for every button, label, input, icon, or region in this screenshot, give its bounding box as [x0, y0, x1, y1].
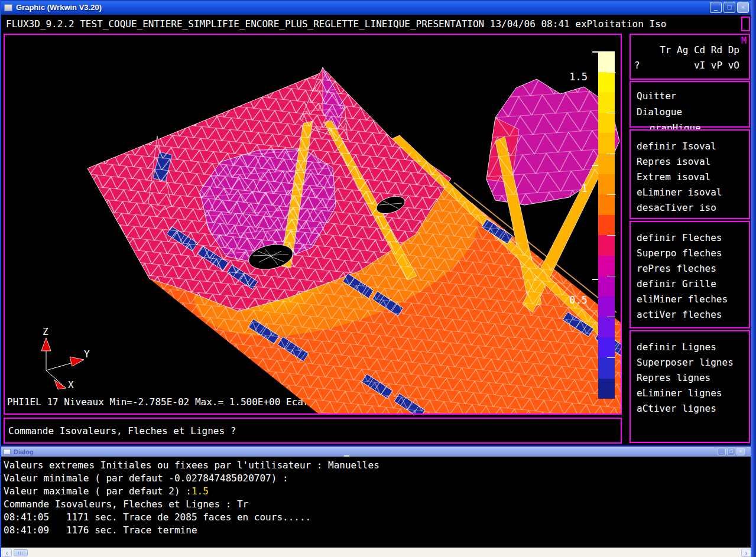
menu-isoval-box[interactable]: definir IsovalRepres isovalExtrem isoval… — [630, 129, 750, 219]
command-prompt-bar: Commande Isovaleurs, Fleches et Lignes ? — [4, 418, 622, 444]
menu-session-box[interactable]: Quitter Dialogue grapHique — [630, 81, 750, 128]
menu-fleches-box[interactable]: definir FlechesSuperpo flechesrePres fle… — [630, 221, 750, 328]
menu-item[interactable]: aCtiver lignes — [631, 401, 749, 416]
colorbar-band — [598, 133, 615, 154]
z-axis-arrow — [41, 338, 51, 351]
menu-item[interactable]: Superpo fleches — [631, 246, 749, 261]
mesh-3d-view: Z Y X — [5, 35, 621, 413]
colorbar-band — [598, 154, 615, 174]
colorbar-label-low: 0.5 — [557, 294, 588, 306]
session-header: FLUX3D_9.2.2 TEST_COQUE_ENTIERE_SIMPLIFI… — [6, 18, 666, 30]
dialog-title: Dialog — [14, 448, 34, 455]
menu-item[interactable]: eLiminer isoval — [631, 185, 749, 200]
dialog-icon — [4, 449, 11, 455]
menu-shortcuts-box[interactable]: M Tr Ag Cd Rd Dp ? vI vP vO — [630, 34, 750, 80]
colorbar-tick — [592, 279, 598, 280]
colorbar-subtick — [607, 276, 615, 276]
colorbar-subtick — [607, 113, 615, 113]
menu-item[interactable]: eliMiner fleches — [631, 292, 749, 307]
dialog-minimize-button[interactable]: _ — [718, 448, 726, 455]
colorbar-band — [598, 358, 615, 379]
console-line: Commande Isovaleurs, Fleches et Lignes :… — [4, 498, 752, 511]
dialog-titlebar[interactable]: Dialog _ □ × — [1, 447, 752, 457]
maximize-button[interactable]: □ — [723, 2, 735, 13]
menu-item[interactable]: Superposer lignes — [631, 355, 749, 370]
menu-mode-badge: M — [741, 35, 747, 46]
z-axis-label: Z — [43, 326, 48, 337]
axis-triad: Z Y X — [41, 326, 90, 390]
menu-item[interactable]: rePres fleches — [631, 261, 749, 276]
colorbar-band — [598, 276, 615, 297]
menu-shortcut-row2[interactable]: vI vP vO — [694, 58, 739, 73]
console-line: Valeur maximale ( par defaut 2) :1.5 — [4, 485, 752, 498]
dialog-console[interactable]: Valeurs extremes Initiales ou fixees par… — [1, 457, 752, 548]
colorbar-band — [598, 174, 615, 195]
command-prompt-text: Commande Isovaleurs, Fleches et Lignes ? — [8, 425, 236, 437]
console-line: 08:41:09 1176 sec. Trace termine — [4, 524, 752, 537]
colorbar-label-mid: 1 — [557, 183, 588, 194]
menu-item[interactable]: desacTiver iso — [631, 200, 749, 216]
colorbar-subtick — [607, 154, 615, 154]
menu-item[interactable]: Repres lignes — [631, 370, 749, 386]
menu-item[interactable]: Extrem isoval — [631, 170, 749, 185]
colorbar-subtick — [607, 72, 615, 73]
colorbar-subtick — [607, 357, 615, 358]
colorbar-band — [598, 194, 615, 215]
x-axis-label: X — [68, 379, 74, 390]
minimize-button[interactable]: _ — [710, 2, 722, 13]
menu-item[interactable]: definir Fleches — [631, 230, 749, 246]
menu-item[interactable]: actiVer fleches — [631, 307, 749, 323]
colorbar-band — [598, 317, 615, 338]
close-button[interactable]: × — [737, 2, 749, 13]
menu-item-dialogue[interactable]: Dialogue — [637, 106, 682, 118]
menu-help-item[interactable]: ? — [634, 58, 640, 73]
y-axis-label: Y — [84, 348, 90, 360]
colorbar-band — [598, 297, 615, 317]
colorbar-subtick — [607, 235, 615, 236]
menu-item[interactable]: definir Lignes — [631, 340, 749, 355]
scrollbar-thumb[interactable] — [14, 549, 28, 556]
menu-shortcut-row1[interactable]: Tr Ag Cd Rd Dp — [631, 43, 749, 58]
wireframe-overlay — [87, 67, 621, 413]
colorbar-band — [598, 256, 615, 276]
menu-item[interactable]: definir Isoval — [631, 139, 749, 154]
colorbar-tick — [592, 165, 598, 166]
colorbar-band — [598, 215, 615, 236]
colorbar-band — [598, 235, 615, 256]
scroll-left-button[interactable]: ‹ — [2, 549, 12, 557]
window-right-border — [751, 0, 756, 557]
console-line: Valeur minimale ( par defaut -0.02784748… — [4, 472, 752, 485]
window-title: Graphic (Wrkwin V3.20) — [16, 3, 102, 12]
x-axis-arrow — [54, 380, 66, 389]
dialog-close-button[interactable]: × — [736, 448, 745, 455]
colorbar-band — [598, 337, 615, 358]
colorbar-band — [598, 72, 615, 93]
graphics-viewport[interactable]: PHI1EL 17 Niveaux Min=-2.785E-02 Max.= 1… — [4, 34, 622, 415]
colorbar-band — [598, 92, 615, 113]
console-line: 08:41:05 1171 sec. Trace de 2085 faces e… — [4, 511, 752, 524]
text-cursor — [344, 455, 349, 457]
menu-item[interactable]: eLiminer lignes — [631, 386, 749, 401]
y-axis-arrow — [70, 357, 84, 366]
colorbar-label-max: 1.5 — [557, 71, 588, 83]
app-icon — [4, 4, 12, 11]
console-line: Valeurs extremes Initiales ou fixees par… — [4, 459, 752, 472]
colorbar-band — [598, 113, 615, 133]
menu-item-quitter[interactable]: Quitter — [631, 88, 749, 104]
scroll-right-button[interactable]: › — [741, 549, 751, 557]
colorbar-band — [598, 379, 615, 399]
isovalue-colorbar — [598, 51, 615, 399]
dialog-horizontal-scrollbar[interactable]: ‹ › — [1, 548, 752, 557]
colorbar-subtick — [607, 317, 615, 317]
menu-item[interactable]: Repres isoval — [631, 154, 749, 170]
colorbar-band — [598, 51, 615, 72]
menu-item[interactable]: definir Grille — [631, 276, 749, 292]
colorbar-tick — [592, 51, 598, 53]
menu-lignes-box[interactable]: definir LignesSuperposer lignesRepres li… — [630, 330, 750, 443]
window-titlebar[interactable]: Graphic (Wrkwin V3.20) _ □ × — [1, 0, 756, 15]
colorbar-subtick — [607, 194, 615, 195]
dialog-maximize-button[interactable]: □ — [727, 448, 735, 455]
header-marker-box — [741, 17, 750, 31]
dialog-window[interactable]: Dialog _ □ × Valeurs extremes Initiales … — [1, 445, 752, 557]
